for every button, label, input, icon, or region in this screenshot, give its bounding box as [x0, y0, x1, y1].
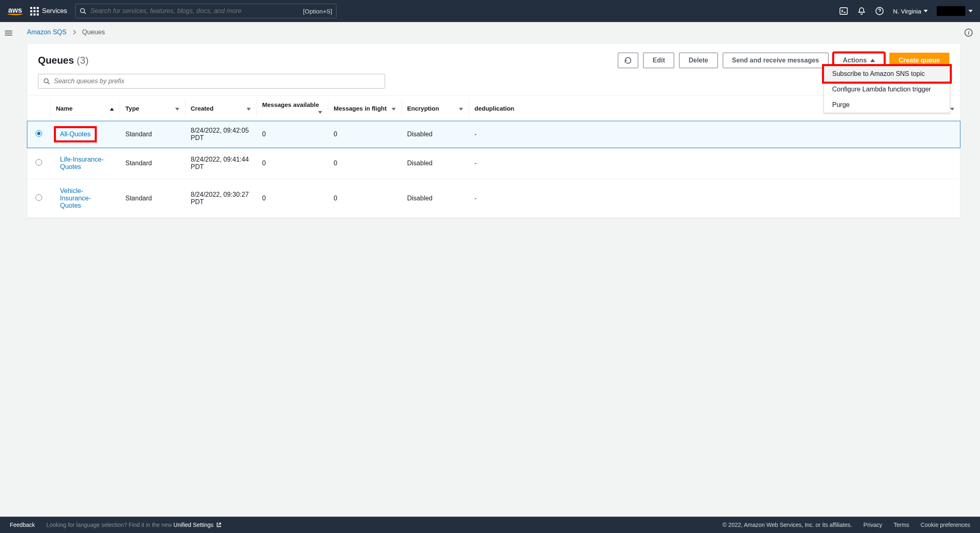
- cell-created: 8/24/2022, 09:30:27 PDT: [185, 179, 256, 218]
- cell-dedup: -: [469, 121, 960, 148]
- queue-name-link[interactable]: Vehicle-Insurance-Quotes: [60, 187, 91, 209]
- top-nav: aws Services [Option+S] N. Virginia: [0, 0, 980, 22]
- queue-name-link[interactable]: All-Quotes: [60, 131, 91, 138]
- svg-line-1: [84, 12, 86, 14]
- action-purge[interactable]: Purge: [824, 97, 950, 113]
- cell-flight: 0: [328, 148, 401, 179]
- cell-encryption: Disabled: [401, 148, 469, 179]
- account-dropdown[interactable]: [937, 6, 973, 16]
- panel-title: Queues (3): [38, 55, 89, 66]
- notifications-icon[interactable]: [857, 7, 866, 16]
- cell-encryption: Disabled: [401, 121, 469, 148]
- region-selector[interactable]: N. Virginia: [893, 8, 928, 15]
- breadcrumb: Amazon SQS Queues: [27, 29, 960, 36]
- cell-type: Standard: [120, 121, 185, 148]
- action-configure-lambda[interactable]: Configure Lambda function trigger: [824, 82, 950, 97]
- row-radio[interactable]: [36, 194, 42, 201]
- queue-search-input[interactable]: [54, 78, 380, 85]
- aws-logo[interactable]: aws: [7, 7, 23, 15]
- services-button[interactable]: Services: [30, 7, 67, 16]
- cell-created: 8/24/2022, 09:42:05 PDT: [185, 121, 256, 148]
- col-messages-available[interactable]: Messages available: [256, 95, 328, 121]
- cell-dedup: -: [469, 148, 960, 179]
- col-messages-in-flight[interactable]: Messages in flight: [328, 95, 401, 121]
- svg-rect-2: [840, 8, 847, 14]
- services-grid-icon: [30, 7, 39, 16]
- side-panel-toggle[interactable]: [0, 22, 17, 225]
- breadcrumb-current: Queues: [82, 29, 105, 36]
- search-icon: [43, 78, 50, 84]
- send-receive-button[interactable]: Send and receive messages: [723, 53, 829, 68]
- cell-encryption: Disabled: [401, 179, 469, 218]
- col-name[interactable]: Name: [50, 95, 120, 121]
- cell-created: 8/24/2022, 09:41:44 PDT: [185, 148, 256, 179]
- caret-up-icon: [870, 59, 875, 62]
- cell-type: Standard: [120, 179, 185, 218]
- edit-button[interactable]: Edit: [643, 53, 674, 68]
- queues-panel: Queues (3) Edit Delete Send and receive …: [27, 43, 960, 218]
- queue-search[interactable]: [38, 74, 385, 89]
- search-shortcut: [Option+S]: [303, 8, 332, 15]
- row-radio[interactable]: [36, 159, 42, 166]
- action-subscribe-sns[interactable]: Subscribe to Amazon SNS topic: [824, 66, 950, 82]
- queues-table: Name Type Created Messages available Mes…: [27, 95, 960, 218]
- col-created[interactable]: Created: [185, 95, 256, 121]
- services-label: Services: [42, 7, 67, 15]
- table-row[interactable]: All-QuotesStandard8/24/2022, 09:42:05 PD…: [27, 121, 960, 148]
- cell-avail: 0: [256, 148, 328, 179]
- cell-flight: 0: [328, 121, 401, 148]
- table-row[interactable]: Vehicle-Insurance-QuotesStandard8/24/202…: [27, 179, 960, 218]
- cell-dedup: -: [469, 179, 960, 218]
- caret-down-icon: [969, 10, 973, 12]
- delete-button[interactable]: Delete: [679, 53, 717, 68]
- table-row[interactable]: Life-Insurance-QuotesStandard8/24/2022, …: [27, 148, 960, 179]
- chevron-right-icon: [72, 29, 76, 35]
- cloudshell-icon[interactable]: [839, 7, 848, 16]
- svg-point-4: [44, 79, 48, 83]
- info-icon[interactable]: i: [964, 29, 973, 37]
- actions-dropdown: Subscribe to Amazon SNS topic Configure …: [824, 66, 950, 113]
- help-icon[interactable]: [875, 7, 884, 16]
- global-search-input[interactable]: [90, 7, 303, 15]
- col-type[interactable]: Type: [120, 95, 185, 121]
- breadcrumb-root[interactable]: Amazon SQS: [27, 29, 67, 36]
- cell-flight: 0: [328, 179, 401, 218]
- svg-point-0: [80, 9, 85, 13]
- col-encryption[interactable]: Encryption: [401, 95, 469, 121]
- refresh-button[interactable]: [618, 53, 638, 68]
- cell-avail: 0: [256, 179, 328, 218]
- caret-down-icon: [924, 10, 928, 12]
- cell-avail: 0: [256, 121, 328, 148]
- cell-type: Standard: [120, 148, 185, 179]
- global-search[interactable]: [Option+S]: [75, 4, 336, 18]
- refresh-icon: [624, 56, 632, 64]
- search-icon: [80, 8, 86, 14]
- row-radio[interactable]: [36, 130, 42, 137]
- hamburger-icon: [5, 29, 12, 225]
- queue-name-link[interactable]: Life-Insurance-Quotes: [60, 156, 104, 170]
- svg-line-5: [48, 82, 49, 84]
